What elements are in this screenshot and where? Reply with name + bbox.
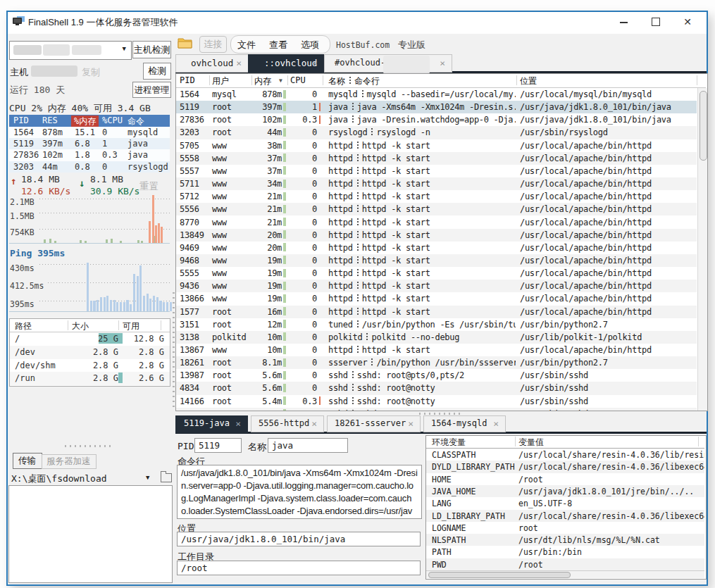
detail-tab-3[interactable]: 18261-ssserver× (327, 415, 421, 432)
process-row[interactable]: 18261root8.1m0ssserver/bin/python /usr/b… (176, 356, 697, 369)
close-icon[interactable]: × (236, 58, 242, 68)
env-row[interactable]: PATH/usr/bin:/bin (426, 546, 704, 558)
process-row[interactable]: 13849www20m0httpdhttpd -k start/usr/loca… (176, 229, 697, 242)
tab-server-accel[interactable]: 服务器加速 (42, 454, 97, 469)
workdir-field[interactable]: /root (177, 561, 421, 575)
copy-link[interactable]: 复制 (82, 66, 100, 79)
menu-options[interactable]: 选项 (301, 39, 319, 51)
process-row[interactable]: 14166root5.4m0.3sshdsshd: root@notty/usr… (176, 395, 697, 408)
left-process-table-header[interactable]: PID RES %内存 %CPU 命令 (9, 115, 170, 127)
minimize-button[interactable] (611, 13, 635, 30)
maximize-button[interactable] (644, 13, 668, 30)
process-row[interactable]: 8770www21m0httpdhttpd -k start/usr/local… (176, 216, 697, 229)
app-icon (13, 16, 25, 27)
process-row[interactable]: 9436www19m0httpdhttpd -k start/usr/local… (176, 280, 697, 292)
process-row[interactable]: 5556www21m0httpdhttpd -k start/usr/local… (176, 203, 697, 215)
hostbuf-link[interactable]: HostBuf.com (336, 40, 390, 50)
download-path[interactable]: X:\桌面\fsdownload (11, 473, 107, 485)
horizontal-scrollbar[interactable] (426, 570, 704, 578)
process-row[interactable]: 1577root16m0httpdhttpd -k start/usr/loca… (176, 306, 697, 318)
env-row[interactable]: LOGNAMEroot (426, 522, 704, 534)
process-row[interactable]: 9468www19m0httpdhttpd -k start/usr/local… (176, 254, 697, 267)
process-row[interactable]: 5705www38m0httpdhttpd -k start/usr/local… (176, 139, 697, 152)
session-tab-2[interactable]: ::ovhcloud× (248, 54, 325, 73)
sort-desc-icon: ▼ (279, 77, 282, 84)
process-row[interactable]: 4751root5.1m0sshdsshd: root@notty/usr/sb… (176, 408, 697, 411)
process-row[interactable]: 9469www20m0httpdhttpd -k start/usr/local… (176, 242, 697, 254)
close-icon[interactable]: × (440, 58, 445, 68)
env-row[interactable]: LANGen_US.UTF-8 (426, 497, 704, 509)
close-button[interactable]: ✕ (676, 13, 700, 30)
process-row[interactable]: 5558www37m0httpdhttpd -k start/usr/local… (176, 152, 697, 165)
left-process-row[interactable]: 320344m0.80rsyslogd (9, 161, 170, 173)
transfer-file-area[interactable] (8, 485, 173, 583)
cmdline-textarea[interactable]: /usr/java/jdk1.8.0_101/bin/java -Xms64m … (177, 465, 422, 519)
pro-version-link[interactable]: 专业版 (398, 39, 425, 51)
session-tab-1[interactable]: ovhcloud× (175, 54, 249, 73)
left-process-row[interactable]: 1564878m15.10mysqld (9, 127, 170, 138)
path-dropdown-icon[interactable]: ▼ (146, 474, 149, 481)
process-row[interactable]: 5711www34m0httpdhttpd -k start/usr/local… (176, 177, 697, 190)
connect-button[interactable]: 连接 (199, 36, 227, 53)
process-row[interactable]: 5555www19m0httpdhttpd -k start/usr/local… (176, 267, 697, 280)
menu-view[interactable]: 查看 (269, 39, 287, 51)
env-row[interactable]: PWD/root (426, 558, 704, 570)
process-table-header[interactable]: PID 用户 内存 ▼ CPU 名称命令行 位置 (176, 74, 706, 88)
ping-title: Ping 395ms (10, 248, 65, 258)
env-row[interactable]: NLSPATH/usr/dt/lib/nls/msg/%L/%N.cat (426, 534, 704, 546)
detail-tab-1[interactable]: 5119-java× (175, 415, 248, 433)
tab-transfer[interactable]: 传输 (13, 453, 42, 469)
process-table: PID 用户 内存 ▼ CPU 名称命令行 位置 1564mysql878m0m… (175, 73, 708, 411)
process-row[interactable]: 3151root12m0tuned/usr/bin/python -Es /us… (176, 318, 697, 331)
process-manage-button[interactable]: 进程管理 (132, 82, 171, 98)
host-check-button[interactable]: 主机检测 (132, 41, 171, 58)
check-button[interactable]: 检测 (143, 63, 171, 80)
process-row[interactable]: 5712www21m0httpdhttpd -k start/usr/local… (176, 190, 697, 203)
pid-field[interactable]: 5119 (194, 438, 242, 453)
left-process-row[interactable]: 27836102m1.80.3java (9, 149, 170, 161)
reset-link[interactable]: 重置 (139, 180, 158, 193)
process-row[interactable]: 5119root397m1javajava -Xms64m -Xmx1024m … (176, 101, 697, 113)
env-row[interactable]: CLASSPATH/usr/local/share/resin-4.0.36/l… (426, 449, 704, 461)
disk-row[interactable]: /dev/shm2.8 G2.8 G (10, 359, 170, 373)
detail-tab-2[interactable]: 5556-httpd× (251, 415, 324, 432)
disk-row[interactable]: /run2.8 G2.6 G (10, 372, 170, 385)
process-row[interactable]: 1564mysql878m0mysqldmysqld --basedir=/us… (176, 88, 697, 101)
env-row[interactable]: LD_LIBRARY_PATH/usr/local/share/resin-4.… (426, 510, 704, 522)
host-label: 主机 (10, 66, 28, 79)
folder-icon[interactable] (178, 37, 192, 49)
process-row[interactable]: 4834root5.6m0sshdsshd: root@notty/usr/sb… (176, 382, 697, 394)
env-row[interactable]: DYLD_LIBRARY_PATH/usr/local/share/resin-… (426, 461, 704, 473)
process-row[interactable]: 3203root44m0rsyslogdrsyslogd -n/usr/sbin… (176, 126, 697, 139)
open-folder-icon[interactable] (161, 473, 172, 482)
chevron-down-icon: ▼ (123, 45, 126, 52)
env-row[interactable]: HOME/root (426, 473, 704, 485)
left-process-row[interactable]: 5119397m6.81java (9, 138, 170, 149)
process-row[interactable]: 5557www37m0httpdhttpd -k start/usr/local… (176, 165, 697, 177)
connection-combobox[interactable]: ▼ (9, 41, 132, 60)
menu-file[interactable]: 文件 (237, 39, 256, 51)
name-field[interactable]: java (268, 438, 348, 453)
process-row[interactable]: 27836root102m0.3javajava -Dresin.watchdo… (176, 113, 697, 126)
uptime-text: 运行 180 天 (10, 84, 65, 96)
process-row[interactable]: 13867www10m0httpdhttpd -k start/usr/loca… (176, 344, 697, 356)
host-value-redacted (31, 65, 77, 77)
disk-row[interactable]: /25 G12.8 G (10, 332, 170, 346)
process-row[interactable]: 13987root5.6m0sshdsshd: root@pts/0,pts/2… (176, 369, 697, 382)
download-arrow-icon: ↓ (79, 177, 85, 189)
upload-arrow-icon: ↑ (11, 175, 16, 187)
close-icon[interactable]: × (312, 58, 318, 68)
name-label: 名称 (248, 441, 266, 453)
scrollbar-thumb[interactable] (700, 91, 707, 161)
redaction-blur (383, 56, 430, 74)
disk-row[interactable]: /dev2.8 G2.8 G (10, 346, 170, 359)
vertical-scrollbar[interactable] (697, 88, 707, 411)
process-row[interactable]: 3138polkitd10m0polkitdpolkitd --no-debug… (176, 331, 697, 344)
left-process-table: PID RES %内存 %CPU 命令 1564878m15.10mysqld5… (9, 115, 170, 173)
location-field[interactable]: /usr/java/jdk1.8.0_101/bin/java (177, 532, 421, 546)
env-row[interactable]: JAVA_HOME/usr/java/jdk1.8.0_101/jre/bin/… (426, 485, 704, 497)
process-row[interactable]: 13866www19m0httpdhttpd -k start/usr/loca… (176, 292, 697, 305)
scrollbar-thumb[interactable] (428, 572, 571, 578)
network-chart (9, 195, 170, 243)
detail-tab-4[interactable]: 1564-mysqld× (423, 415, 506, 432)
